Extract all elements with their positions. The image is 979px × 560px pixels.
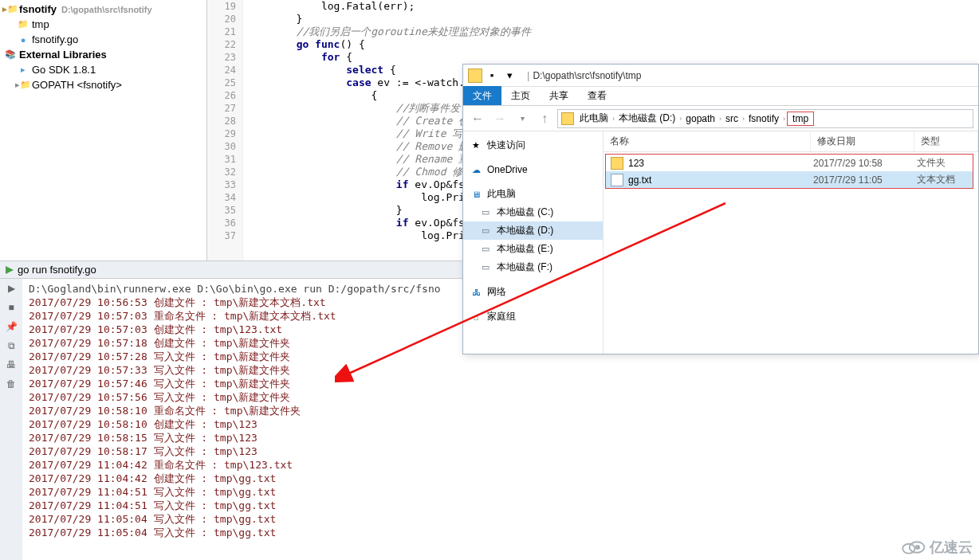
back-button[interactable]: ← [468, 109, 487, 128]
pin-icon[interactable]: 📌 [5, 320, 18, 333]
col-name[interactable]: 名称 [604, 131, 811, 151]
gopath-icon: ▸📁 [18, 80, 29, 91]
stop-icon[interactable]: ■ [5, 301, 18, 314]
homegroup[interactable]: ⌂家庭组 [463, 307, 603, 326]
file-row[interactable]: 1232017/7/29 10:58文件夹 [606, 155, 973, 171]
chevron-right-icon: › [611, 115, 616, 123]
this-pc[interactable]: 🖥此电脑 [463, 185, 603, 203]
go-file-icon: ● [18, 34, 29, 45]
file-columns[interactable]: 名称 修改日期 类型 [604, 131, 978, 152]
explorer-titlebar[interactable]: ▪ ▾ | D:\gopath\src\fsnotify\tmp [463, 65, 978, 87]
chevron-right-icon: › [718, 115, 723, 123]
svg-point-5 [916, 546, 919, 549]
console-toolbar: ▶ ■ 📌 ⧉ 🖶 🗑 [0, 279, 22, 560]
line-gutter: 19202122232425262728293031323334353637 [207, 0, 243, 260]
col-type[interactable]: 类型 [914, 131, 978, 151]
onedrive[interactable]: ☁OneDrive [463, 161, 603, 178]
tree-item-tmp[interactable]: 📁 tmp [0, 17, 206, 32]
breadcrumb-seg[interactable]: 此电脑 [577, 112, 611, 125]
tab-view[interactable]: 查看 [578, 86, 616, 105]
library-icon: 📚 [5, 49, 16, 61]
project-root[interactable]: ▸📁 fsnotify D:\gopath\src\fsnotify [0, 2, 206, 17]
svg-marker-0 [6, 266, 14, 274]
homegroup-icon: ⌂ [470, 311, 482, 323]
tab-home[interactable]: 主页 [501, 86, 540, 105]
drive-icon: ▭ [479, 243, 492, 256]
tree-item-fsnotify-go[interactable]: ● fsnotify.go [0, 32, 206, 47]
print-icon[interactable]: 🖶 [5, 358, 18, 371]
network[interactable]: 🖧网络 [463, 283, 603, 301]
tab-file[interactable]: 文件 [463, 86, 501, 105]
gopath-node[interactable]: ▸📁 GOPATH <fsnotify> [0, 77, 206, 92]
project-name: fsnotify [19, 3, 57, 15]
run-config-label[interactable]: go run fsnotify.go [18, 264, 96, 276]
drive-icon: ▭ [479, 261, 492, 274]
drive-icon: ▭ [479, 206, 492, 219]
breadcrumb-seg[interactable]: 本地磁盘 (D:) [616, 112, 678, 125]
trash-icon[interactable]: 🗑 [5, 378, 18, 390]
drive-item[interactable]: ▭本地磁盘 (F:) [463, 258, 603, 276]
address-bar[interactable]: 此电脑›本地磁盘 (D:)›gopath›src›fsnotify›tmp [557, 109, 973, 128]
window-title-path: D:\gopath\src\fsnotify\tmp [533, 70, 641, 81]
chevron-right-icon: › [741, 115, 746, 123]
rerun-icon[interactable]: ▶ [5, 282, 18, 295]
file-list[interactable]: 名称 修改日期 类型 1232017/7/29 10:58文件夹gg.txt20… [604, 131, 978, 354]
project-tree[interactable]: ▸📁 fsnotify D:\gopath\src\fsnotify 📁 tmp… [0, 0, 207, 260]
folder-icon: ▸📁 [5, 4, 16, 15]
breadcrumb-seg[interactable]: src [723, 113, 741, 124]
breadcrumb-seg[interactable]: tmp [787, 112, 814, 126]
forward-button[interactable]: → [490, 109, 509, 128]
breadcrumb-seg[interactable]: gopath [683, 113, 718, 124]
folder-icon: 📁 [18, 19, 29, 30]
quick-tool[interactable]: ▪ [484, 68, 500, 84]
drive-item[interactable]: ▭本地磁盘 (C:) [463, 203, 603, 221]
pc-icon: 🖥 [470, 188, 482, 201]
drive-item[interactable]: ▭本地磁盘 (D:) [463, 221, 603, 240]
breadcrumb-seg[interactable]: fsnotify [746, 113, 781, 124]
sdk-icon: ▸ [18, 65, 29, 76]
txt-icon [611, 174, 623, 186]
run-icon [5, 265, 14, 275]
file-row[interactable]: gg.txt2017/7/29 11:05文本文档 [606, 171, 973, 188]
folder-icon [468, 69, 482, 83]
external-libraries[interactable]: 📚 External Libraries [0, 47, 206, 62]
folder-icon [611, 157, 623, 170]
project-path: D:\gopath\src\fsnotify [61, 5, 152, 14]
col-date[interactable]: 修改日期 [811, 131, 914, 151]
drive-item[interactable]: ▭本地磁盘 (E:) [463, 240, 603, 258]
chevron-right-icon: › [678, 115, 683, 123]
recent-dropdown[interactable]: ▾ [513, 109, 532, 128]
up-button[interactable]: ↑ [535, 109, 554, 128]
go-sdk[interactable]: ▸ Go SDK 1.8.1 [0, 62, 206, 77]
quick-access[interactable]: ★快速访问 [463, 136, 603, 155]
network-icon: 🖧 [470, 286, 482, 299]
copy-icon[interactable]: ⧉ [5, 339, 18, 352]
explorer-sidebar[interactable]: ★快速访问 ☁OneDrive 🖥此电脑 ▭本地磁盘 (C:)▭本地磁盘 (D:… [463, 131, 604, 354]
quick-tool[interactable]: ▾ [501, 68, 517, 84]
address-bar-row: ← → ▾ ↑ 此电脑›本地磁盘 (D:)›gopath›src›fsnotif… [463, 106, 978, 131]
cloud-icon: ☁ [470, 163, 482, 176]
tab-share[interactable]: 共享 [540, 86, 578, 105]
star-icon: ★ [470, 139, 482, 152]
chevron-right-icon: › [781, 115, 787, 123]
file-explorer-window[interactable]: ▪ ▾ | D:\gopath\src\fsnotify\tmp 文件 主页 共… [462, 64, 979, 354]
folder-icon [561, 112, 574, 125]
watermark: 亿速云 [899, 538, 973, 557]
ribbon-tabs: 文件 主页 共享 查看 [463, 87, 978, 106]
drive-icon: ▭ [479, 225, 492, 237]
